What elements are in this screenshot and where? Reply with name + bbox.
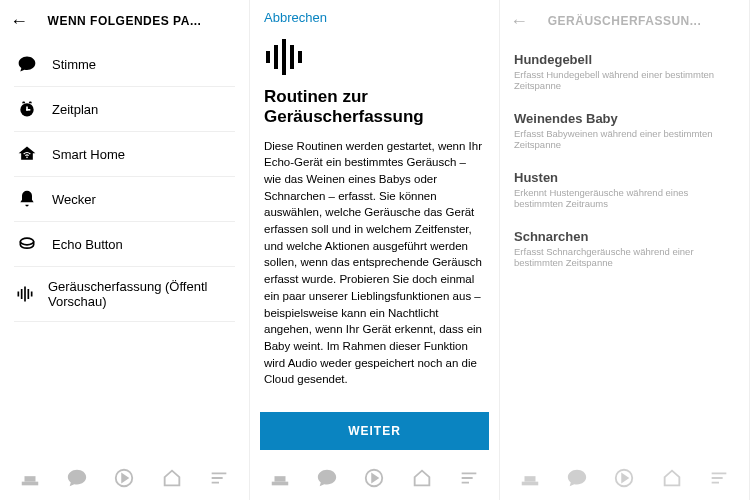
sound-wave-icon <box>264 39 485 79</box>
echo-button-icon <box>14 234 40 254</box>
tab-play-icon[interactable] <box>363 467 385 493</box>
page-title: WENN FOLGENDES PA... <box>32 14 217 28</box>
trigger-voice[interactable]: Stimme <box>14 42 235 87</box>
detect-subtitle: Erfasst Babyweinen während einer bestimm… <box>514 128 735 150</box>
back-icon[interactable]: ← <box>10 11 32 32</box>
trigger-label: Stimme <box>52 57 96 72</box>
speech-bubble-icon <box>14 54 40 74</box>
svg-rect-11 <box>266 51 270 63</box>
tab-bar <box>500 460 749 500</box>
screen-trigger-list: ← WENN FOLGENDES PA... Stimme Zeitplan S… <box>0 0 250 500</box>
detect-subtitle: Erfasst Hundegebell während einer bestim… <box>514 69 735 91</box>
tab-chat-icon[interactable] <box>66 467 88 493</box>
screen-sound-detection-list: ← GERÄUSCHERFASSUN... Hundegebell Erfass… <box>500 0 750 500</box>
trigger-sound-detection[interactable]: Geräuscherfassung (Öffentl Vorschau) <box>14 267 235 322</box>
tab-bar <box>0 460 249 500</box>
intro-body: Diese Routinen werden gestartet, wenn Ih… <box>250 138 499 388</box>
trigger-label: Wecker <box>52 192 96 207</box>
detect-subtitle: Erkennt Hustengeräusche während eines be… <box>514 187 735 209</box>
detect-title: Hundegebell <box>514 52 735 67</box>
tab-home-icon[interactable] <box>519 467 541 493</box>
trigger-label: Echo Button <box>52 237 123 252</box>
trigger-label: Geräuscherfassung (Öffentl Vorschau) <box>48 279 235 309</box>
detection-list: Hundegebell Erfasst Hundegebell während … <box>500 42 749 460</box>
trigger-label: Zeitplan <box>52 102 98 117</box>
detect-snoring[interactable]: Schnarchen Erfasst Schnarchgeräusche wäh… <box>514 219 735 278</box>
continue-button[interactable]: WEITER <box>260 412 489 450</box>
sound-wave-icon <box>14 284 36 304</box>
svg-rect-13 <box>282 39 286 75</box>
cancel-link[interactable]: Abbrechen <box>250 0 499 35</box>
tab-home-icon[interactable] <box>19 467 41 493</box>
svg-point-4 <box>20 238 33 245</box>
svg-rect-2 <box>26 109 30 111</box>
tab-devices-icon[interactable] <box>411 467 433 493</box>
trigger-label: Smart Home <box>52 147 125 162</box>
detect-dog-bark[interactable]: Hundegebell Erfasst Hundegebell während … <box>514 42 735 101</box>
detect-subtitle: Erfasst Schnarchgeräusche während einer … <box>514 246 735 268</box>
svg-rect-15 <box>298 51 302 63</box>
tab-devices-icon[interactable] <box>661 467 683 493</box>
screen-sound-routines-intro: Abbrechen Routinen zur Geräuscherfassung… <box>250 0 500 500</box>
tab-home-icon[interactable] <box>269 467 291 493</box>
detect-title: Husten <box>514 170 735 185</box>
tab-chat-icon[interactable] <box>316 467 338 493</box>
svg-rect-6 <box>21 289 23 299</box>
header: ← WENN FOLGENDES PA... <box>0 0 249 42</box>
intro-title: Routinen zur Geräuscherfassung <box>250 87 499 138</box>
back-icon[interactable]: ← <box>510 11 532 32</box>
svg-rect-9 <box>31 292 33 297</box>
tab-bar <box>250 460 499 500</box>
tab-devices-icon[interactable] <box>161 467 183 493</box>
bell-icon <box>14 189 40 209</box>
trigger-smarthome[interactable]: Smart Home <box>14 132 235 177</box>
tab-chat-icon[interactable] <box>566 467 588 493</box>
svg-rect-7 <box>24 287 26 302</box>
svg-rect-12 <box>274 45 278 69</box>
trigger-list: Stimme Zeitplan Smart Home Wecker Echo B… <box>0 42 249 460</box>
svg-rect-14 <box>290 45 294 69</box>
header: ← GERÄUSCHERFASSUN... <box>500 0 749 42</box>
page-title: GERÄUSCHERFASSUN... <box>532 14 717 28</box>
tab-more-icon[interactable] <box>458 467 480 493</box>
clock-icon <box>14 99 40 119</box>
smarthome-icon <box>14 144 40 164</box>
tab-more-icon[interactable] <box>208 467 230 493</box>
svg-rect-8 <box>27 289 29 299</box>
detect-cough[interactable]: Husten Erkennt Hustengeräusche während e… <box>514 160 735 219</box>
tab-more-icon[interactable] <box>708 467 730 493</box>
detect-title: Schnarchen <box>514 229 735 244</box>
trigger-alarm[interactable]: Wecker <box>14 177 235 222</box>
detect-title: Weinendes Baby <box>514 111 735 126</box>
tab-play-icon[interactable] <box>113 467 135 493</box>
svg-rect-5 <box>17 292 19 297</box>
tab-play-icon[interactable] <box>613 467 635 493</box>
trigger-schedule[interactable]: Zeitplan <box>14 87 235 132</box>
trigger-echo-button[interactable]: Echo Button <box>14 222 235 267</box>
detect-baby-crying[interactable]: Weinendes Baby Erfasst Babyweinen währen… <box>514 101 735 160</box>
svg-point-3 <box>26 157 28 159</box>
